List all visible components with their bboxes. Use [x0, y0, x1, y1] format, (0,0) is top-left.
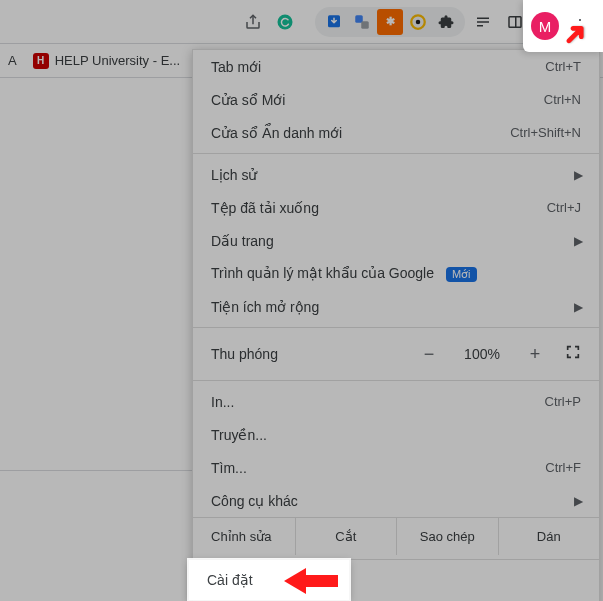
menu-shortcut: Ctrl+T: [545, 59, 581, 74]
profile-avatar[interactable]: M: [531, 12, 559, 40]
menu-separator: [193, 153, 599, 154]
download-manager-icon[interactable]: [321, 9, 347, 35]
menu-label: Dấu trang: [211, 233, 274, 249]
browser-toolbar: ✱ M ⋮: [0, 0, 603, 44]
menu-new-window[interactable]: Cửa sổ Mới Ctrl+N: [193, 83, 599, 116]
content-separator: [0, 470, 192, 471]
chevron-right-icon: ▶: [574, 168, 583, 182]
menu-shortcut: Ctrl+F: [545, 460, 581, 475]
menu-label: Cửa sổ Ẩn danh mới: [211, 125, 342, 141]
bookmark-item[interactable]: A: [8, 53, 17, 68]
menu-find[interactable]: Tìm... Ctrl+F: [193, 451, 599, 484]
menu-shortcut: Ctrl+J: [547, 200, 581, 215]
grammarly-icon[interactable]: [271, 8, 299, 36]
svg-point-0: [278, 14, 293, 29]
bookmark-item[interactable]: H HELP University - E...: [33, 53, 180, 69]
menu-label: Cửa sổ Mới: [211, 92, 285, 108]
chrome-menu-button[interactable]: ⋮: [565, 11, 595, 41]
zoom-in-button[interactable]: +: [527, 344, 543, 365]
share-icon[interactable]: [239, 8, 267, 36]
menu-label: Truyền...: [211, 427, 267, 443]
menu-label: Tiện ích mở rộng: [211, 299, 319, 315]
chrome-main-menu: Tab mới Ctrl+T Cửa sổ Mới Ctrl+N Cửa sổ …: [192, 49, 600, 601]
menu-downloads[interactable]: Tệp đã tải xuống Ctrl+J: [193, 191, 599, 224]
menu-copy[interactable]: Sao chép: [396, 518, 498, 555]
menu-label: Tệp đã tải xuống: [211, 200, 319, 216]
menu-label: Lịch sử: [211, 167, 257, 183]
menu-shortcut: Ctrl+Shift+N: [510, 125, 581, 140]
svg-rect-2: [355, 15, 363, 23]
menu-cast[interactable]: Truyền...: [193, 418, 599, 451]
chevron-right-icon: ▶: [574, 300, 583, 314]
extensions-group: ✱: [315, 7, 465, 37]
zoom-value: 100%: [459, 346, 505, 362]
menu-cut[interactable]: Cắt: [295, 518, 397, 555]
menu-new-tab[interactable]: Tab mới Ctrl+T: [193, 50, 599, 83]
zoom-out-button[interactable]: −: [421, 344, 437, 365]
reading-list-icon[interactable]: [469, 8, 497, 36]
menu-bookmarks[interactable]: Dấu trang ▶: [193, 224, 599, 257]
menu-edit-label: Chỉnh sửa: [193, 518, 295, 555]
chevron-right-icon: ▶: [574, 494, 583, 508]
bookmark-label: A: [8, 53, 17, 68]
menu-label: In...: [211, 394, 234, 410]
fullscreen-icon[interactable]: [565, 344, 581, 364]
google-translate-icon[interactable]: [349, 9, 375, 35]
menu-label: Công cụ khác: [211, 493, 298, 509]
menu-password-manager[interactable]: Trình quản lý mật khẩu của Google Mới: [193, 257, 599, 290]
bookmark-favicon: H: [33, 53, 49, 69]
menu-shortcut: Ctrl+N: [544, 92, 581, 107]
extension-orange-icon[interactable]: ✱: [377, 9, 403, 35]
menu-separator: [193, 327, 599, 328]
chevron-right-icon: ▶: [574, 234, 583, 248]
menu-edit-row: Chỉnh sửa Cắt Sao chép Dán: [193, 517, 599, 555]
menu-label: Thu phóng: [211, 346, 278, 362]
menu-shortcut: Ctrl+P: [545, 394, 581, 409]
menu-print[interactable]: In... Ctrl+P: [193, 385, 599, 418]
menu-more-tools[interactable]: Công cụ khác ▶: [193, 484, 599, 517]
menu-zoom-row: Thu phóng − 100% +: [193, 332, 599, 376]
menu-label: Tìm...: [211, 460, 247, 476]
extension-swirl-icon[interactable]: [405, 9, 431, 35]
menu-label: Cài đặt: [207, 572, 253, 588]
bookmark-label: HELP University - E...: [55, 53, 180, 68]
menu-paste[interactable]: Dán: [498, 518, 600, 555]
svg-rect-3: [361, 21, 369, 29]
new-badge: Mới: [446, 267, 477, 282]
menu-history[interactable]: Lịch sử ▶: [193, 158, 599, 191]
menu-separator: [193, 380, 599, 381]
menu-label: Trình quản lý mật khẩu của Google Mới: [211, 265, 477, 282]
menu-incognito[interactable]: Cửa sổ Ẩn danh mới Ctrl+Shift+N: [193, 116, 599, 149]
menu-label: Tab mới: [211, 59, 261, 75]
highlight-top-right: M ⋮: [523, 0, 603, 52]
highlight-settings[interactable]: Cài đặt: [189, 560, 349, 600]
menu-extensions[interactable]: Tiện ích mở rộng ▶: [193, 290, 599, 323]
svg-point-5: [416, 19, 421, 24]
extensions-puzzle-icon[interactable]: [433, 9, 459, 35]
